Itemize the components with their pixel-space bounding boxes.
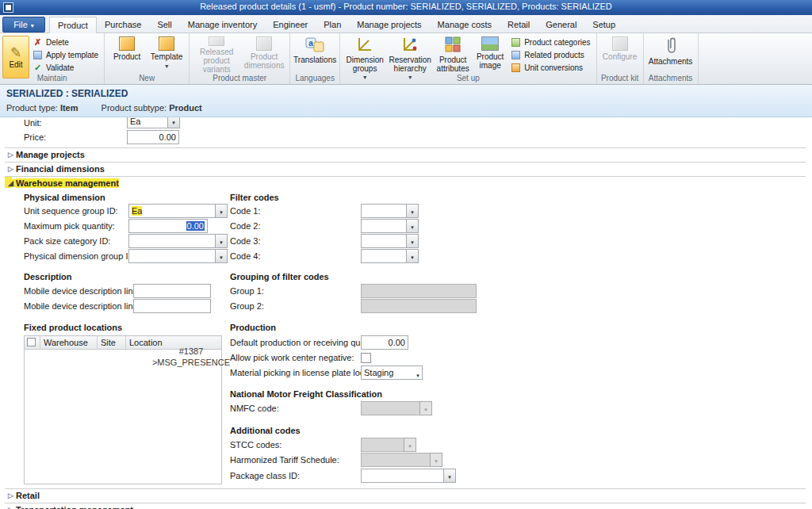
apply-template-button[interactable]: Apply template bbox=[29, 48, 102, 61]
apply-template-icon bbox=[33, 51, 42, 59]
reservation-hierarchy-button[interactable]: Reservation hierarchy ▼ bbox=[387, 35, 433, 74]
maximum-pick-quantity-label: Maximum pick quantity: bbox=[24, 221, 115, 231]
tab-sell[interactable]: Sell bbox=[149, 17, 179, 33]
ribbon-group-product-master: Released product variants Product dimens… bbox=[190, 33, 290, 84]
ribbon-tabs: Product Purchase Sell Manage inventory E… bbox=[49, 17, 623, 33]
physical-dimension-header: Physical dimension bbox=[24, 193, 105, 202]
product-type-value: Item bbox=[60, 103, 79, 113]
dimension-groups-icon bbox=[356, 36, 373, 54]
mobile-line2-field[interactable] bbox=[133, 299, 211, 313]
product-categories-button[interactable]: Product categories bbox=[508, 36, 593, 48]
physical-dimension-group-dropdown[interactable]: ▼ bbox=[215, 249, 228, 263]
tab-engineer[interactable]: Engineer bbox=[265, 17, 316, 33]
grid-column-site[interactable]: Site bbox=[98, 336, 126, 349]
tab-plan[interactable]: Plan bbox=[316, 17, 349, 33]
new-template-button[interactable]: Template ▼ bbox=[147, 35, 186, 74]
translations-button[interactable]: a Translations bbox=[293, 35, 337, 74]
grid-column-warehouse[interactable]: Warehouse bbox=[40, 336, 98, 349]
related-products-button[interactable]: Related products bbox=[508, 48, 593, 61]
nmfc-code-field bbox=[361, 401, 420, 415]
code2-dropdown[interactable]: ▼ bbox=[406, 219, 419, 233]
section-manage-projects[interactable]: ▷ Manage projects bbox=[5, 147, 806, 161]
edit-button[interactable]: ✎ Edit bbox=[2, 36, 29, 78]
code2-field[interactable] bbox=[361, 219, 407, 233]
product-image-icon bbox=[481, 36, 499, 51]
collapsed-arrow-icon: ▷ bbox=[5, 151, 16, 159]
tab-setup[interactable]: Setup bbox=[584, 17, 623, 33]
code3-label: Code 3: bbox=[230, 236, 261, 246]
unit-sequence-group-dropdown[interactable]: ▼ bbox=[215, 204, 228, 218]
record-subtitle: Product type: Item Product subtype: Prod… bbox=[6, 103, 223, 113]
select-all-checkbox[interactable] bbox=[27, 338, 36, 346]
new-product-button[interactable]: Product bbox=[107, 35, 147, 74]
tab-product[interactable]: Product bbox=[49, 17, 97, 33]
validate-button[interactable]: ✓ Validate bbox=[29, 61, 102, 74]
pack-size-category-dropdown[interactable]: ▼ bbox=[215, 234, 228, 248]
tab-manage-inventory[interactable]: Manage inventory bbox=[180, 17, 265, 33]
reservation-hierarchy-label: Reservation hierarchy bbox=[387, 55, 433, 73]
pack-size-category-field[interactable] bbox=[128, 234, 216, 248]
section-transportation-management-label: Transportation management bbox=[16, 505, 133, 509]
unit-dropdown[interactable]: ▼ bbox=[167, 117, 180, 128]
unit-sequence-group-field[interactable]: Ea bbox=[128, 204, 216, 218]
group2-field bbox=[361, 299, 477, 313]
material-picking-combobox[interactable]: Staging ▼ bbox=[361, 365, 423, 380]
product-attributes-button[interactable]: Product attributes bbox=[433, 35, 473, 74]
code3-dropdown[interactable]: ▼ bbox=[406, 234, 419, 248]
ribbon-group-maintain: ✎ Edit ✗ Delete Apply template ✓ Validat… bbox=[0, 33, 105, 84]
section-transportation-management[interactable]: ▷ Transportation management bbox=[5, 503, 806, 509]
chevron-down-icon: ▼ bbox=[164, 62, 170, 71]
validate-check-icon: ✓ bbox=[34, 63, 41, 73]
group-label-languages: Languages bbox=[290, 74, 339, 84]
tab-purchase[interactable]: Purchase bbox=[97, 17, 149, 33]
section-warehouse-management[interactable]: ◢ Warehouse management bbox=[5, 176, 806, 189]
code3-field[interactable] bbox=[361, 234, 407, 248]
stcc-codes-field bbox=[361, 438, 404, 452]
unit-conversions-label: Unit conversions bbox=[524, 63, 583, 72]
tab-general[interactable]: General bbox=[538, 17, 584, 33]
price-value: 0.00 bbox=[159, 132, 176, 142]
delete-button[interactable]: ✗ Delete bbox=[29, 36, 102, 48]
physical-dimension-group-field[interactable] bbox=[128, 249, 216, 263]
file-menu-button[interactable]: File▾ bbox=[2, 17, 45, 33]
mobile-line1-field[interactable] bbox=[133, 284, 211, 298]
delete-icon: ✗ bbox=[34, 37, 41, 48]
package-class-dropdown[interactable]: ▼ bbox=[443, 469, 456, 483]
unit-conversions-button[interactable]: Unit conversions bbox=[508, 61, 593, 74]
code2-label: Code 2: bbox=[230, 221, 261, 231]
delete-label: Delete bbox=[46, 38, 69, 47]
code1-field[interactable] bbox=[361, 204, 407, 218]
section-retail[interactable]: ▷ Retail bbox=[5, 488, 806, 502]
code1-label: Code 1: bbox=[230, 206, 261, 216]
section-financial-dimensions[interactable]: ▷ Financial dimensions bbox=[5, 162, 806, 175]
package-class-field[interactable] bbox=[361, 469, 444, 483]
apply-template-label: Apply template bbox=[46, 51, 98, 59]
unit-field[interactable]: Ea bbox=[127, 117, 168, 128]
price-field[interactable]: 0.00 bbox=[127, 130, 179, 144]
default-production-field[interactable]: 0.00 bbox=[361, 335, 408, 350]
attachments-button[interactable]: Attachments bbox=[646, 35, 695, 74]
nmfc-code-dropdown: ▼ bbox=[419, 401, 432, 415]
tab-manage-costs[interactable]: Manage costs bbox=[430, 17, 500, 33]
allow-pick-label: Allow pick work center negative: bbox=[230, 353, 354, 362]
collapsed-arrow-icon: ▷ bbox=[5, 165, 16, 173]
unit-conversions-icon bbox=[511, 63, 520, 72]
price-label: Price: bbox=[24, 132, 46, 142]
product-categories-label: Product categories bbox=[524, 38, 590, 47]
product-type-label: Product type: bbox=[6, 103, 58, 113]
fixed-product-locations-header: Fixed product locations bbox=[24, 323, 122, 332]
code1-dropdown[interactable]: ▼ bbox=[406, 204, 419, 218]
allow-pick-checkbox[interactable] bbox=[361, 353, 371, 363]
variants-icon bbox=[209, 36, 224, 46]
dimension-groups-button[interactable]: Dimension groups ▼ bbox=[343, 35, 387, 74]
code4-label: Code 4: bbox=[230, 251, 261, 261]
fixed-product-locations-grid[interactable]: Warehouse Site Location #1387 >MSG_PRESE… bbox=[24, 335, 222, 484]
code4-field[interactable] bbox=[361, 249, 407, 263]
code4-dropdown[interactable]: ▼ bbox=[406, 249, 419, 263]
grid-select-all-cell[interactable] bbox=[25, 336, 40, 349]
maximum-pick-quantity-field[interactable]: 0.00 bbox=[128, 219, 208, 233]
tab-retail[interactable]: Retail bbox=[500, 17, 538, 33]
product-image-button[interactable]: Product image bbox=[473, 35, 508, 74]
tab-manage-projects[interactable]: Manage projects bbox=[349, 17, 429, 33]
configure-label: Configure bbox=[603, 52, 637, 61]
